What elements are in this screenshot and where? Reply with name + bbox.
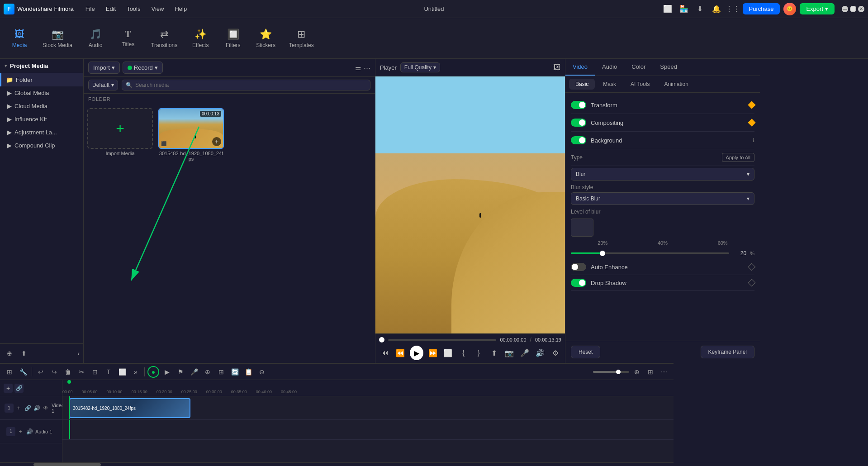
type-dropdown[interactable]: Blur ▾ (571, 168, 754, 181)
add-track-button[interactable]: + (4, 384, 13, 393)
timeline-view-btn[interactable]: ⊞ (645, 366, 656, 378)
drop-shadow-toggle[interactable] (571, 279, 586, 287)
bell-icon[interactable]: 🔔 (710, 3, 723, 15)
more-tools-button[interactable]: » (130, 366, 142, 378)
compositing-keyframe[interactable] (748, 119, 756, 127)
subtab-basic[interactable]: Basic (569, 79, 595, 90)
menu-file[interactable]: File (81, 4, 100, 14)
menu-help[interactable]: Help (170, 4, 191, 14)
move-icon[interactable]: 🔄 (229, 366, 241, 378)
tab-color[interactable]: Color (624, 59, 653, 76)
tool-filters[interactable]: 🔲 Filters (217, 26, 249, 51)
tool-transitions[interactable]: ⇄ Transitions (145, 26, 184, 51)
audio-track-volume[interactable]: 🔊 (25, 428, 33, 436)
collapse-panel-button[interactable]: ‹ (77, 350, 80, 357)
layout-icon[interactable]: ⬜ (661, 3, 674, 15)
subtab-animation[interactable]: Animation (658, 79, 694, 90)
tab-audio[interactable]: Audio (595, 59, 624, 76)
subtab-ai-tools[interactable]: AI Tools (624, 79, 656, 90)
grid-tl-icon[interactable]: ⊞ (215, 366, 227, 378)
timeline-more-btn[interactable]: ⋯ (658, 366, 670, 378)
settings-button[interactable]: ⚙ (550, 347, 561, 359)
multi-track-icon[interactable]: ⊞ (4, 366, 15, 378)
voiceover-button[interactable]: 🎤 (519, 347, 531, 359)
crop-tl-button[interactable]: ⬜ (116, 366, 128, 378)
zoom-track[interactable] (593, 371, 629, 373)
tool-media[interactable]: 🖼 Media (4, 26, 35, 51)
menu-tools[interactable]: Tools (122, 4, 145, 14)
keyframe-panel-button[interactable]: Keyframe Panel (701, 346, 754, 358)
maximize-button[interactable]: ⬜ (850, 6, 856, 12)
tool-stock-media[interactable]: 📷 Stock Media (36, 26, 79, 51)
scrollbar-thumb[interactable] (33, 463, 101, 466)
transform-toggle[interactable] (571, 101, 586, 109)
transform-keyframe[interactable] (748, 101, 756, 109)
snapshot-btn[interactable]: 📷 (503, 347, 515, 359)
add-folder-button[interactable]: ⊕ (4, 347, 15, 359)
auto-enhance-toggle[interactable] (571, 263, 586, 271)
background-toggle[interactable] (571, 136, 586, 144)
reset-button[interactable]: Reset (571, 346, 600, 358)
sort-icon[interactable]: ⚌ (355, 64, 361, 72)
minimize-button[interactable]: — (842, 6, 848, 12)
track-eye-icon[interactable]: 👁 (42, 404, 50, 412)
sidebar-item-folder[interactable]: 📁 Folder (0, 73, 83, 86)
track-add-icon[interactable]: + (14, 404, 23, 412)
import-button[interactable]: Import ▾ (88, 62, 120, 74)
blur-style-dropdown[interactable]: Basic Blur ▾ (571, 192, 754, 205)
mark-in-button[interactable]: { (457, 347, 469, 359)
menu-view[interactable]: View (147, 4, 168, 14)
cut-button[interactable]: ✂ (76, 366, 87, 378)
sidebar-item-influence-kit[interactable]: ▶ Influence Kit (0, 113, 83, 126)
delete-button[interactable]: 🗑 (62, 366, 74, 378)
horizontal-scrollbar[interactable] (0, 462, 674, 466)
more-icon[interactable]: ⋯ (364, 64, 370, 72)
search-input[interactable] (135, 82, 366, 88)
audio-track-add[interactable]: + (16, 428, 24, 436)
play-timeline[interactable]: ▶ (161, 366, 173, 378)
audio-button[interactable]: 🔊 (534, 347, 546, 359)
tool-audio[interactable]: 🎵 Audio (80, 26, 111, 51)
mark-out-button[interactable]: } (473, 347, 484, 359)
plus-tl-icon[interactable]: ⊕ (631, 366, 643, 378)
minus-icon[interactable]: ⊖ (256, 366, 268, 378)
snapshot-icon[interactable]: 🖼 (553, 63, 560, 71)
quality-dropdown[interactable]: Full Quality ▾ (400, 62, 440, 72)
purchase-button[interactable]: Purchase (743, 3, 780, 14)
layers-icon[interactable]: 📋 (242, 366, 254, 378)
undo-button[interactable]: ↩ (35, 366, 47, 378)
subtab-mask[interactable]: Mask (597, 79, 622, 90)
slider-thumb[interactable] (600, 251, 605, 256)
store-icon[interactable]: 🏪 (678, 3, 690, 15)
mark-icon[interactable]: ⚑ (175, 366, 186, 378)
export-button[interactable]: Export ▾ (800, 3, 835, 14)
trim-button[interactable]: ⊡ (89, 366, 101, 378)
compositing-toggle[interactable] (571, 119, 586, 127)
video-clip-1[interactable]: 3015482-hd_1920_1080_24fps (69, 398, 190, 418)
drop-shadow-keyframe[interactable] (748, 279, 756, 287)
sidebar-item-compound-clip[interactable]: ▶ Compound Clip (0, 139, 83, 152)
redo-button[interactable]: ↪ (48, 366, 60, 378)
record-button[interactable]: Record ▾ (123, 62, 163, 74)
go-start-button[interactable]: ⏮ (379, 347, 391, 359)
apply-to-all-button[interactable]: Apply to All (722, 153, 754, 162)
avatar[interactable]: 🙂 (783, 3, 796, 15)
link-tracks-button[interactable]: 🔗 (14, 384, 24, 393)
grid-icon[interactable]: ⋮⋮ (726, 3, 739, 15)
prev-frame-button[interactable]: ⏪ (394, 347, 406, 359)
tab-video[interactable]: Video (565, 59, 595, 76)
background-info-icon[interactable]: ℹ (753, 138, 754, 143)
magnet-icon[interactable]: 🔧 (17, 366, 29, 378)
merge-icon[interactable]: ⊕ (202, 366, 213, 378)
next-frame-button[interactable]: ⏩ (427, 347, 439, 359)
clip-add-button[interactable]: + (212, 137, 221, 146)
auto-enhance-keyframe[interactable] (748, 263, 756, 271)
speed-button[interactable]: ⬆ (488, 347, 500, 359)
tool-titles[interactable]: T Titles (112, 26, 144, 50)
import-folder-button[interactable]: ⬆ (18, 347, 30, 359)
crop-button[interactable]: ⬜ (442, 347, 454, 359)
circle-tool[interactable]: ● (147, 366, 159, 378)
mic-icon[interactable]: 🎤 (188, 366, 200, 378)
track-audio-icon[interactable]: 🔊 (33, 404, 41, 412)
download-icon[interactable]: ⬇ (694, 3, 707, 15)
